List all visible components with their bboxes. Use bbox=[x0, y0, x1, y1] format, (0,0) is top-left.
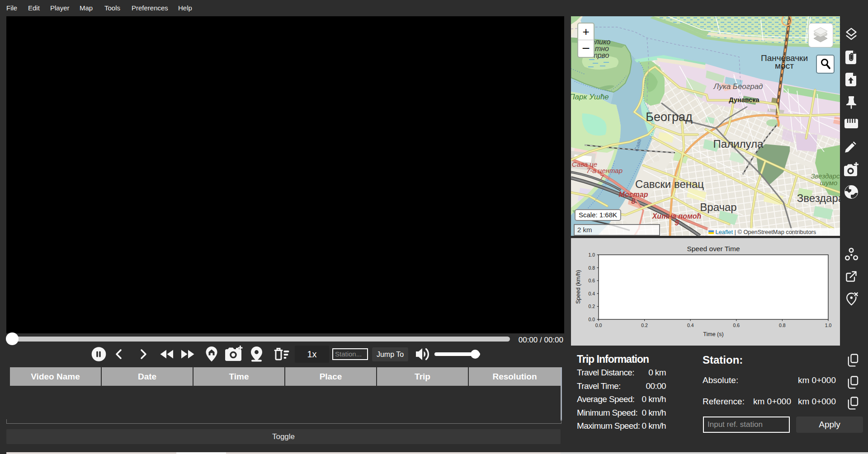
svg-text:Speed (km/h): Speed (km/h) bbox=[575, 270, 581, 304]
svg-text:7-а центар: 7-а центар bbox=[586, 167, 623, 174]
svg-text:мост: мост bbox=[775, 61, 794, 70]
svg-text:1.0: 1.0 bbox=[825, 323, 832, 328]
svg-text:0.4: 0.4 bbox=[588, 291, 595, 296]
svg-text:Лука Београд: Лука Београд bbox=[713, 82, 763, 91]
svg-text:Дунавска: Дунавска bbox=[729, 96, 760, 103]
svg-text:0.0: 0.0 bbox=[595, 323, 602, 328]
svg-text:шумо: шумо bbox=[820, 179, 838, 187]
svg-text:0.0: 0.0 bbox=[588, 317, 595, 322]
svg-text:7: 7 bbox=[600, 173, 604, 181]
svg-text:Врачар: Врачар bbox=[700, 201, 736, 213]
svg-text:0.2: 0.2 bbox=[588, 304, 595, 309]
svg-text:8: 8 bbox=[632, 197, 636, 205]
svg-text:0.8: 0.8 bbox=[779, 323, 786, 328]
svg-text:0.6: 0.6 bbox=[588, 278, 595, 283]
svg-text:Савски венац: Савски венац bbox=[635, 178, 704, 190]
svg-text:Time (s): Time (s) bbox=[703, 331, 723, 337]
svg-text:Парк Ушће: Парк Ушће bbox=[571, 93, 609, 101]
svg-text:Speed over Time: Speed over Time bbox=[687, 245, 740, 253]
svg-text:0.8: 0.8 bbox=[588, 265, 595, 271]
svg-text:0.6: 0.6 bbox=[733, 323, 740, 328]
svg-text:0.4: 0.4 bbox=[687, 323, 694, 328]
svg-text:9: 9 bbox=[675, 219, 679, 227]
svg-text:Палилула: Палилула bbox=[713, 138, 764, 150]
svg-text:1.0: 1.0 bbox=[588, 252, 595, 257]
svg-text:Београд: Београд bbox=[646, 110, 693, 124]
svg-text:Звездара: Звездара bbox=[797, 192, 840, 204]
svg-text:0.2: 0.2 bbox=[641, 323, 648, 328]
